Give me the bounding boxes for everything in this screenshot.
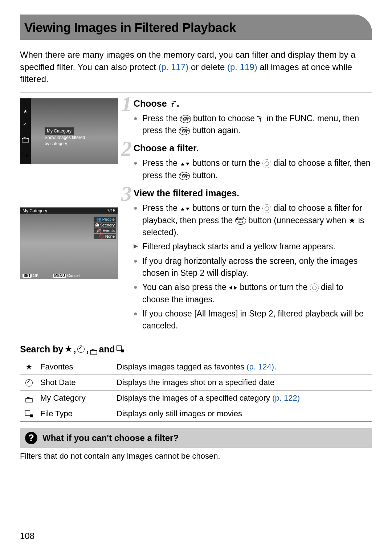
filter-icon [170, 101, 177, 107]
link-p124[interactable]: (p. 124) [246, 362, 274, 371]
tip-body: Filters that do not contain any images c… [20, 451, 372, 461]
star-icon: ★ [65, 344, 72, 354]
question-icon: ? [25, 432, 37, 444]
filetype-icon [23, 152, 28, 157]
control-dial-icon [262, 159, 271, 168]
clock-icon [22, 122, 29, 129]
step-1: 1 Choose . Press the FUNC.SET button to … [123, 98, 372, 137]
table-row: Shot Date Displays the images shot on a … [20, 375, 372, 390]
page-title: Viewing Images in Filtered Playback [24, 20, 361, 35]
link-p122[interactable]: (p. 122) [272, 393, 300, 402]
events-icon: 🎉 [96, 228, 101, 233]
step-3-bullet-1: Press the buttons or turn the dial to ch… [134, 202, 372, 238]
control-dial-icon [310, 283, 319, 292]
filetype-icon [25, 410, 33, 418]
step-2-title: Choose a filter. [123, 143, 372, 154]
link-p117[interactable]: (p. 117) [159, 62, 189, 72]
filter-icon [257, 116, 264, 122]
none-icon: 🚫 [99, 234, 104, 239]
category-icon [22, 137, 29, 143]
step-3-bullet-3: If you drag horizontally across the scre… [134, 255, 372, 279]
step-3-result: Filtered playback starts and a yellow fr… [134, 241, 372, 253]
step-2-bullet: Press the buttons or turn the dial to ch… [134, 157, 372, 181]
category-icon [25, 396, 33, 401]
category-icon [90, 347, 97, 352]
tip-box: ? What if you can't choose a filter? [20, 428, 372, 448]
star-icon: ★ [25, 362, 33, 371]
left-right-icon [229, 285, 237, 290]
star-icon: ★ [348, 216, 356, 225]
up-down-icon [180, 161, 190, 166]
filter-table: ★ Favorites Displays images tagged as fa… [20, 359, 372, 422]
screenshot-category-filter: My Category 7/15 👥People 🏔Scenery 🎉Event… [20, 207, 118, 279]
step-3-title: View the filtered images. [123, 188, 372, 199]
table-row: ★ Favorites Displays images tagged as fa… [20, 359, 372, 375]
intro-text: When there are many images on the memory… [20, 49, 372, 85]
link-p119[interactable]: (p. 119) [227, 62, 257, 72]
step-1-title: Choose . [123, 98, 372, 109]
step-3-bullet-5: If you choose [All Images] in Step 2, fi… [134, 308, 372, 332]
page-title-bar: Viewing Images in Filtered Playback [20, 15, 372, 40]
filetype-icon [117, 345, 124, 353]
func-set-button-icon: FUNC.SET [180, 115, 191, 123]
step-3: 3 View the filtered images. Press the bu… [123, 188, 372, 332]
shot-date-icon [77, 345, 85, 353]
divider [20, 93, 372, 93]
step-3-bullet-4: You can also press the buttons or turn t… [134, 281, 372, 306]
step-2: 2 Choose a filter. Press the buttons or … [123, 143, 372, 181]
func-set-button-icon: FUNC.SET [179, 127, 190, 135]
star-icon: ★ [23, 109, 28, 114]
table-row: File Type Displays only still images or … [20, 406, 372, 421]
func-set-button-icon: FUNC.SET [179, 172, 190, 180]
func-set-button-icon: FUNC.SET [235, 217, 246, 225]
scenery-icon: 🏔 [95, 223, 99, 227]
up-down-icon [180, 206, 190, 211]
table-row: My Category Displays the images of a spe… [20, 390, 372, 406]
control-dial-icon [262, 204, 271, 213]
menu-selected-label: My Category [45, 127, 74, 135]
screenshot-choose-menu: ★ My Category Show images filtered by ca… [20, 98, 118, 164]
page-number: 108 [20, 531, 34, 541]
step-1-bullet: Press the FUNC.SET button to choose in t… [134, 113, 372, 137]
shot-date-icon [25, 379, 33, 387]
people-icon: 👥 [96, 217, 101, 222]
search-by-heading: Search by ★ , , and [20, 344, 372, 355]
tip-title: What if you can't choose a filter? [42, 433, 179, 443]
